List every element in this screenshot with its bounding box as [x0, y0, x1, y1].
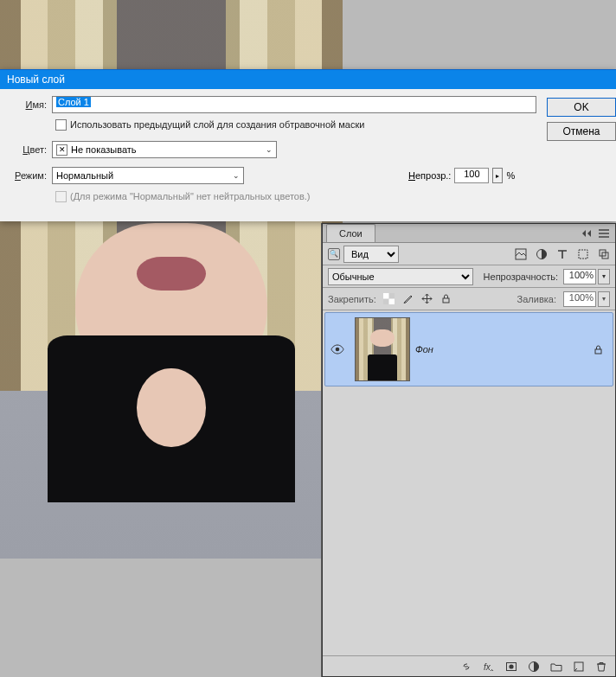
svg-rect-8	[443, 298, 449, 303]
lock-label: Закрепить:	[328, 294, 376, 304]
new-layer-icon[interactable]	[572, 660, 586, 674]
fill-input[interactable]: 100%	[563, 291, 596, 307]
fill-flyout-icon[interactable]: ▾	[598, 291, 610, 307]
name-input[interactable]: Слой 1	[52, 96, 536, 113]
filter-shape-icon[interactable]	[576, 247, 589, 260]
layer-list[interactable]: Фон	[323, 310, 615, 655]
lock-transparency-icon[interactable]	[383, 293, 395, 305]
layer-lock-icon[interactable]	[593, 344, 604, 355]
layer-filter-bar: 🔍 Вид	[323, 243, 615, 265]
layer-row[interactable]: Фон	[324, 312, 613, 386]
lock-paint-icon[interactable]	[402, 293, 414, 305]
opacity-label: Непрозр.:	[408, 170, 451, 181]
opacity-label: Непрозрачность:	[484, 271, 558, 282]
visibility-toggle[interactable]	[325, 344, 350, 354]
svg-rect-7	[389, 299, 395, 305]
filter-type-icon[interactable]	[555, 247, 568, 260]
eye-icon	[330, 344, 344, 354]
mode-select[interactable]: Нормальный ⌄	[52, 167, 244, 184]
color-none-icon: ✕	[56, 144, 67, 156]
layer-name-label[interactable]: Фон	[415, 344, 593, 354]
adjustment-layer-icon[interactable]	[527, 660, 541, 674]
svg-point-9	[336, 348, 340, 352]
filter-pixel-icon[interactable]	[514, 247, 527, 260]
layer-style-icon[interactable]: fx	[482, 660, 496, 674]
color-label: Цвет:	[0, 144, 52, 155]
opacity-flyout-icon[interactable]: ▾	[598, 269, 610, 284]
layers-panel: Слои 🔍 Вид	[322, 223, 616, 677]
opacity-unit: %	[506, 170, 515, 181]
lock-move-icon[interactable]	[421, 293, 433, 305]
new-layer-dialog: Новый слой OK Отмена Имя: Слой 1 Использ…	[0, 69, 616, 221]
new-group-icon[interactable]	[549, 660, 563, 674]
neutral-note: (Для режима "Нормальный" нет нейтральных…	[70, 191, 310, 201]
clip-mask-checkbox[interactable]	[55, 119, 67, 131]
layer-blend-bar: Обычные Непрозрачность: 100% ▾	[323, 265, 615, 288]
svg-rect-10	[595, 349, 601, 354]
layer-lock-bar: Закрепить: Заливка: 100% ▾	[323, 288, 615, 310]
panel-bottom-bar: fx	[323, 655, 615, 676]
opacity-input[interactable]: 100%	[563, 269, 596, 284]
panel-menu-icon[interactable]	[598, 227, 610, 240]
filter-search-icon[interactable]: 🔍	[328, 248, 340, 260]
opacity-input[interactable]: 100	[454, 168, 489, 183]
chevron-down-icon: ⌄	[266, 145, 273, 154]
filter-kind-select[interactable]: Вид	[343, 246, 399, 263]
panel-collapse-icon[interactable]	[581, 227, 593, 240]
mode-label: Режим:	[0, 170, 52, 181]
fill-label: Заливка:	[517, 294, 556, 304]
svg-rect-2	[579, 250, 587, 259]
svg-point-13	[509, 664, 513, 668]
cancel-button[interactable]: Отмена	[547, 122, 616, 141]
name-label: Имя:	[0, 99, 52, 110]
link-layers-icon[interactable]	[459, 660, 473, 674]
chevron-down-icon: ⌄	[233, 171, 240, 180]
lock-all-icon[interactable]	[440, 293, 452, 305]
svg-text:fx: fx	[484, 662, 491, 672]
filter-smart-icon[interactable]	[597, 247, 610, 260]
layer-thumbnail[interactable]	[355, 317, 410, 381]
clip-mask-label[interactable]: Использовать предыдущий слой для создани…	[70, 119, 364, 130]
dialog-title: Новый слой	[0, 70, 616, 89]
blend-mode-select[interactable]: Обычные	[328, 268, 473, 285]
svg-rect-6	[383, 293, 389, 299]
layer-mask-icon[interactable]	[504, 660, 518, 674]
neutral-fill-checkbox	[55, 191, 67, 202]
opacity-popup-icon[interactable]: ▸	[492, 168, 503, 183]
color-select[interactable]: ✕Не показывать ⌄	[52, 141, 277, 158]
ok-button[interactable]: OK	[547, 98, 616, 117]
panels-column: Слои 🔍 Вид	[321, 223, 616, 677]
filter-adjust-icon[interactable]	[535, 247, 548, 260]
delete-layer-icon[interactable]	[594, 660, 608, 674]
